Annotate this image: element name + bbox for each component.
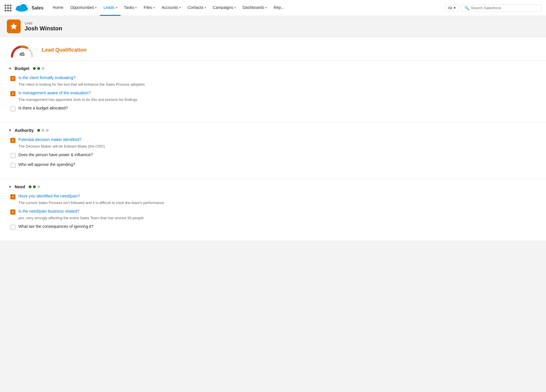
checkbox-authority-3[interactable] [10,163,15,168]
section-title: Budget [15,66,30,71]
check-item-row: Does the person have power & influence? [10,152,537,158]
navbar: Sales Home Opportunities ▾ Leads ▾ Tasks… [0,0,546,16]
nav-items: Home Opportunities ▾ Leads ▾ Tasks ▾ Fil… [49,0,445,16]
nav-reports[interactable]: Rep... [270,0,288,16]
check-desc-need-1: The current Sales Process isn't followed… [10,201,537,205]
nav-files[interactable]: Files ▾ [140,0,158,16]
chevron-down-icon: ▾ [9,185,11,189]
check-desc-budget-1: The client is looking for the tool that … [10,82,537,87]
check-label-need-1[interactable]: Have you identified the need/pain? [18,194,80,198]
check-label-budget-1[interactable]: Is the client formally evaluating? [18,75,75,80]
nav-contacts[interactable]: Contacts ▾ [184,0,209,16]
dot-empty [37,185,40,188]
qualification-title: Lead Qualification [42,47,87,53]
nav-campaigns[interactable]: Campaigns ▾ [209,0,239,16]
gauge-score: 45 [19,52,25,57]
nav-opportunities[interactable]: Opportunities ▾ [67,0,100,16]
nav-accounts[interactable]: Accounts ▾ [158,0,184,16]
chevron-down-icon: ▾ [454,6,456,10]
nav-home[interactable]: Home [49,0,67,16]
checkbox-need-2[interactable] [10,209,15,215]
search-box[interactable]: 🔍 [461,4,541,12]
check-desc-authority-1: The Decision Maker will be Edward Blake … [10,144,537,148]
section-header-authority[interactable]: ▾Authority [9,128,537,133]
page-header: Lead Josh Winston [0,16,546,37]
check-item-need-1: Have you identified the need/pain?The cu… [9,194,537,205]
section-title: Authority [15,128,34,133]
nav-dashboards[interactable]: Dashboards ▾ [239,0,270,16]
checkbox-budget-2[interactable] [10,91,15,96]
check-item-authority-3: Who will approve the spending? [9,162,537,168]
search-icon: 🔍 [464,6,469,10]
page-title: Josh Winston [25,25,62,32]
check-item-need-2: Is the need/pain business related?yes, v… [9,209,537,220]
checkbox-budget-3[interactable] [10,106,15,111]
check-item-row: Potential decision maker identified? [10,137,537,143]
check-item-budget-3: Is there a budget allocated? [9,106,537,111]
checkbox-need-3[interactable] [10,225,15,230]
salesforce-logo[interactable] [15,3,29,13]
sections-container: ▾BudgetIs the client formally evaluating… [0,61,546,241]
gauge: 45 [9,43,35,57]
check-label-need-2[interactable]: Is the need/pain business related? [18,209,79,213]
section-title: Need [15,184,25,189]
chevron-down-icon: ▾ [116,6,117,9]
dot-filled [33,67,36,70]
chevron-down-icon: ▾ [9,66,11,70]
check-item-row: Have you identified the need/pain? [10,194,537,199]
dot-empty [42,67,44,70]
check-item-need-3: What are the consequences of ignoring it… [9,224,537,230]
score-section: 45 Lead Qualification [0,37,546,61]
svg-point-3 [23,7,28,10]
check-item-budget-1: Is the client formally evaluating?The cl… [9,75,537,87]
check-label-need-3[interactable]: What are the consequences of ignoring it… [18,224,93,229]
check-label-authority-1[interactable]: Potential decision maker identified? [18,137,81,142]
chevron-down-icon: ▾ [9,128,11,132]
check-label-budget-2[interactable]: Is management aware of the evaluation? [18,91,91,95]
lead-icon [7,19,21,33]
section-budget: ▾BudgetIs the client formally evaluating… [0,61,546,123]
chevron-down-icon: ▾ [179,6,181,9]
section-need: ▾NeedHave you identified the need/pain?T… [0,179,546,241]
check-item-row: What are the consequences of ignoring it… [10,224,537,230]
section-header-budget[interactable]: ▾Budget [9,66,537,71]
check-item-row: Is the client formally evaluating? [10,75,537,81]
check-desc-need-2: yes, very strongly affecting the entire … [10,216,537,220]
dot-filled [37,67,40,70]
search-filter[interactable]: All ▾ [445,4,459,11]
checkbox-need-1[interactable] [10,194,15,199]
grid-icon[interactable] [5,5,11,11]
search-input[interactable] [471,6,538,10]
star-icon [10,22,18,30]
dot-filled [37,129,40,132]
check-item-budget-2: Is management aware of the evaluation?Th… [9,91,537,102]
check-label-authority-2[interactable]: Does the person have power & influence? [18,152,93,157]
chevron-down-icon: ▾ [153,6,155,9]
nav-leads[interactable]: Leads ▾ [100,0,120,16]
chevron-down-icon: ▾ [205,6,206,9]
checkbox-authority-1[interactable] [10,138,15,143]
checkbox-budget-1[interactable] [10,76,15,81]
check-desc-budget-2: The management has appointed Josh to do … [10,97,537,102]
chevron-down-icon: ▾ [265,6,267,9]
check-item-row: Is management aware of the evaluation? [10,91,537,96]
search-filter-label: All [448,6,452,10]
dot-empty [42,129,44,132]
chevron-down-icon: ▾ [95,6,97,9]
check-label-authority-3[interactable]: Who will approve the spending? [18,162,75,167]
check-item-row: Is there a budget allocated? [10,106,537,111]
search-area: All ▾ 🔍 [445,4,541,12]
dots-row [37,129,49,132]
checkbox-authority-2[interactable] [10,153,15,158]
nav-tasks[interactable]: Tasks ▾ [121,0,140,16]
dot-empty [46,129,49,132]
section-header-need[interactable]: ▾Need [9,184,537,189]
dot-filled [29,185,32,188]
section-authority: ▾AuthorityPotential decision maker ident… [0,123,546,179]
check-item-authority-2: Does the person have power & influence? [9,152,537,158]
page-type-label: Lead [25,21,62,25]
check-label-budget-3[interactable]: Is there a budget allocated? [18,106,68,110]
dot-filled [33,185,36,188]
page-title-block: Lead Josh Winston [25,21,62,32]
dots-row [29,185,40,188]
